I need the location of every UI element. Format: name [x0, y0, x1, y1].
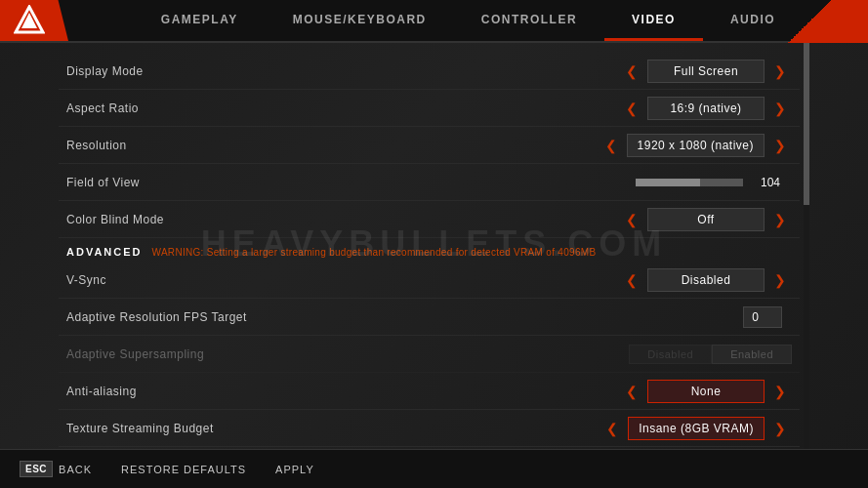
supersampling-enabled-btn[interactable]: Enabled: [712, 345, 792, 364]
tab-gameplay[interactable]: GAMEPLAY: [134, 1, 266, 41]
texture-streaming-control: ❮ Insane (8GB VRAM) ❯: [600, 417, 792, 440]
display-mode-prev[interactable]: ❮: [620, 62, 643, 80]
fov-slider[interactable]: [636, 179, 743, 186]
color-blind-label: Color Blind Mode: [66, 213, 620, 226]
resolution-control: ❮ 1920 x 1080 (native) ❯: [599, 134, 792, 157]
settings-panel: Display Mode ❮ Full Screen ❯ Aspect Rati…: [59, 43, 800, 449]
display-mode-label: Display Mode: [66, 64, 620, 78]
esc-key: ESC: [20, 461, 53, 477]
color-blind-next[interactable]: ❯: [768, 211, 792, 228]
fov-label: Field of View: [66, 176, 636, 189]
top-accent: [751, 0, 868, 43]
aspect-ratio-prev[interactable]: ❮: [620, 100, 643, 117]
logo-area: [0, 0, 68, 41]
texture-streaming-value: Insane (8GB VRAM): [628, 417, 765, 440]
display-mode-next[interactable]: ❯: [768, 62, 792, 80]
fov-slider-fill: [636, 179, 700, 186]
aspect-ratio-label: Aspect Ratio: [66, 102, 620, 115]
restore-defaults-button[interactable]: Restore Defaults: [121, 464, 246, 475]
aspect-ratio-control: ❮ 16:9 (native) ❯: [620, 97, 792, 120]
color-blind-control: ❮ Off ❯: [620, 208, 792, 231]
aspect-ratio-value: 16:9 (native): [647, 97, 765, 120]
apply-button[interactable]: Apply: [275, 464, 314, 475]
advanced-warning: WARNING: Setting a larger streaming budg…: [152, 247, 597, 258]
anti-aliasing-next[interactable]: ❯: [768, 383, 792, 400]
display-mode-control: ❮ Full Screen ❯: [620, 60, 792, 83]
resolution-row: Resolution ❮ 1920 x 1080 (native) ❯: [59, 127, 800, 164]
advanced-header: ADVANCED WARNING: Setting a larger strea…: [59, 238, 800, 262]
resolution-prev[interactable]: ❮: [599, 137, 623, 154]
vsync-next[interactable]: ❯: [768, 271, 792, 289]
back-label: Back: [59, 464, 92, 475]
resolution-next[interactable]: ❯: [768, 137, 792, 154]
anti-aliasing-value: None: [647, 380, 765, 403]
texture-streaming-row: Texture Streaming Budget ❮ Insane (8GB V…: [59, 410, 800, 447]
resolution-label: Resolution: [66, 139, 599, 152]
anti-aliasing-label: Anti-aliasing: [66, 385, 620, 398]
advanced-label: ADVANCED: [66, 246, 143, 258]
adaptive-fps-input[interactable]: [743, 306, 782, 328]
back-button[interactable]: ESC Back: [20, 461, 92, 477]
tab-video[interactable]: VIDEO: [604, 1, 703, 41]
main-content: Display Mode ❮ Full Screen ❯ Aspect Rati…: [0, 43, 868, 449]
vsync-control: ❮ Disabled ❯: [620, 268, 792, 292]
anti-aliasing-control: ❮ None ❯: [620, 380, 792, 403]
texture-streaming-label: Texture Streaming Budget: [66, 422, 600, 435]
apex-logo: [14, 5, 45, 36]
top-nav: GAMEPLAY MOUSE/KEYBOARD CONTROLLER VIDEO…: [0, 0, 868, 43]
tab-controller[interactable]: CONTROLLER: [454, 1, 604, 41]
fov-control: 104: [636, 176, 792, 189]
color-blind-prev[interactable]: ❮: [620, 211, 643, 228]
anti-aliasing-prev[interactable]: ❮: [620, 383, 643, 400]
anti-aliasing-row: Anti-aliasing ❮ None ❯: [59, 373, 800, 410]
bottom-bar: ESC Back Restore Defaults Apply: [0, 449, 868, 488]
vsync-value: Disabled: [647, 268, 765, 292]
adaptive-supersampling-label: Adaptive Supersampling: [66, 347, 629, 361]
tab-mouse-keyboard[interactable]: MOUSE/KEYBOARD: [266, 1, 454, 41]
color-blind-row: Color Blind Mode ❮ Off ❯: [59, 201, 800, 238]
aspect-ratio-next[interactable]: ❯: [768, 100, 792, 117]
apply-label: Apply: [275, 464, 314, 475]
aspect-ratio-row: Aspect Ratio ❮ 16:9 (native) ❯: [59, 90, 800, 127]
vsync-label: V-Sync: [66, 273, 620, 287]
adaptive-fps-control: [636, 306, 792, 328]
adaptive-fps-label: Adaptive Resolution FPS Target: [66, 310, 636, 324]
restore-defaults-label: Restore Defaults: [121, 464, 246, 475]
color-blind-value: Off: [647, 208, 765, 231]
adaptive-supersampling-control: Disabled Enabled: [629, 345, 792, 364]
fov-row: Field of View 104: [59, 164, 800, 201]
supersampling-disabled-btn[interactable]: Disabled: [629, 345, 712, 364]
adaptive-supersampling-row: Adaptive Supersampling Disabled Enabled: [59, 336, 800, 373]
scroll-indicator[interactable]: [804, 43, 809, 449]
nav-tabs: GAMEPLAY MOUSE/KEYBOARD CONTROLLER VIDEO…: [68, 1, 868, 41]
fov-value: 104: [751, 176, 780, 189]
texture-streaming-prev[interactable]: ❮: [600, 420, 624, 437]
texture-streaming-next[interactable]: ❯: [768, 420, 792, 437]
vsync-prev[interactable]: ❮: [620, 271, 643, 289]
display-mode-value: Full Screen: [647, 60, 765, 83]
resolution-value: 1920 x 1080 (native): [627, 134, 765, 157]
scroll-thumb: [804, 43, 809, 205]
display-mode-row: Display Mode ❮ Full Screen ❯: [59, 53, 800, 90]
adaptive-fps-row: Adaptive Resolution FPS Target: [59, 299, 800, 336]
vsync-row: V-Sync ❮ Disabled ❯: [59, 262, 800, 299]
